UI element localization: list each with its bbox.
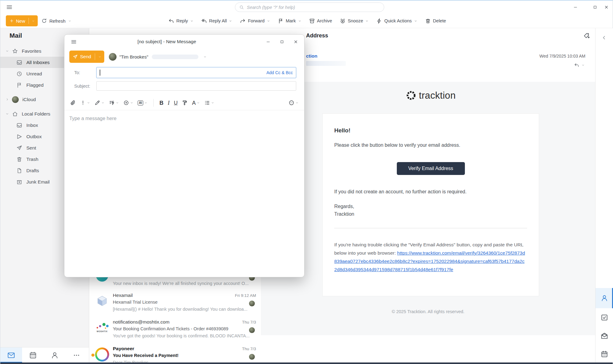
refresh-button[interactable]: Refresh [41,15,71,26]
email-paragraph: If you did not create an account, no fur… [334,189,527,195]
compose-minimize-button[interactable] [266,40,270,44]
bottomnav-mail-button[interactable] [0,347,22,363]
rightpanel-tasks-button[interactable] [596,308,613,327]
calendar-grid-icon [600,350,608,358]
bottomnav-more-button[interactable] [66,347,87,363]
format-more-options-button[interactable] [289,100,299,106]
format-quick-text-button[interactable] [109,100,119,106]
bottomnav-calendar-button[interactable] [22,347,44,363]
toolbar-archive-button[interactable]: Archive [309,18,332,24]
brand-name: tracktion [419,90,456,101]
chevron-down-icon[interactable] [98,55,102,59]
email-footer: © 2025 Tracktion. All rights reserved. [261,309,595,314]
flag-icon [278,18,284,24]
bottomnav-contacts-button[interactable] [44,347,66,363]
rightpanel-mail-open-button[interactable] [596,327,613,345]
toolbar-delete-button[interactable]: Delete [425,18,446,24]
message-sender: notifications@moshtix.com [113,319,170,325]
sidebar-item-label: Flagged [26,82,44,88]
to-field[interactable]: Add Cc & Bcc [96,67,296,78]
message-row[interactable]: MOSHTIXnotifications@moshtix.comThu 7/3Y… [90,317,261,344]
format-attach-button[interactable] [70,100,76,106]
trash-icon [16,156,22,162]
compose-maximize-button[interactable] [280,40,284,44]
add-tag-button[interactable] [583,32,590,40]
window-maximize-button[interactable] [591,3,599,11]
new-button[interactable]: New [6,15,38,26]
compose-titlebar[interactable]: [no subject] - New Message [64,35,304,49]
sidebar-item-label: Drafts [26,168,39,173]
message-row[interactable]: PayoneerThu 7/3You Have Received a Payme… [90,344,261,363]
collapse-panel-button[interactable] [601,34,607,41]
format-tracking-button[interactable] [123,100,133,106]
format-bold-button[interactable]: B [159,100,163,106]
chevron-down-icon [365,19,369,23]
toolbar-mark-button[interactable]: Mark [278,18,301,24]
message-body-editor[interactable]: Type a message here [64,110,304,127]
verify-email-button[interactable]: Verify Email Address [397,162,465,175]
toolbar-reply-all-button[interactable]: Reply All [201,18,232,24]
toolbar-button-label: Reply All [209,18,227,23]
compose-close-button[interactable] [293,40,298,44]
email-date: Wed 7/9/2025 10:03 AM [539,54,585,59]
format-underline-button[interactable]: U [174,100,178,105]
snooze-icon [340,18,346,24]
sidebar-item-label: Sent [26,145,36,151]
format-toolbar: AIBIUA [64,96,304,110]
email-sender[interactable]: ction [306,53,317,59]
chevron-down-icon[interactable] [581,63,585,67]
format-font-color-button[interactable]: A [192,100,200,106]
format-ai-assistant-button[interactable]: AI [138,100,148,105]
chevron-down-icon [87,101,90,104]
compose-menu-icon[interactable] [71,39,77,45]
sidebar-item-label: Local Folders [22,111,50,117]
chevron-down-icon[interactable] [32,19,35,23]
toolbar-forward-button[interactable]: Forward [240,18,270,24]
format-italic-button[interactable]: I [168,100,170,106]
email-body: tracktion Hello! Please click the button… [261,82,595,335]
window-minimize-button[interactable] [571,3,579,11]
from-dropdown-icon[interactable] [203,55,207,59]
window-bottom-edge [0,362,613,364]
payoneer-logo [95,347,109,362]
search-input[interactable] [247,5,380,10]
compose-window: [no subject] - New Message Send "Tim Bro… [64,34,305,277]
message-date: Fri 9:12 AM [235,293,256,298]
reply-icon[interactable] [574,63,579,68]
to-label: To: [69,70,96,75]
toolbar-reply-button[interactable]: Reply [168,18,193,24]
compose-send-row: Send "Tim Brookes" [64,49,304,66]
chevron-down-icon[interactable] [68,19,71,23]
message-row[interactable]: HexamailFri 9:12 AMHexamail Trial Licens… [90,290,261,317]
format-signature-button[interactable] [94,100,105,106]
menu-icon[interactable] [6,4,13,11]
toolbar-snooze-button[interactable]: Snooze [340,18,369,24]
sidebar-item-label: Favorites [22,48,41,54]
add-cc-bcc-link[interactable]: Add Cc & Bcc [266,70,293,75]
toolbar-quick-actions-button[interactable]: Quick Actions [376,18,417,24]
chevron-right-icon [5,97,9,101]
send-button[interactable]: Send [69,51,104,63]
subject-field[interactable] [96,81,296,91]
rightpanel-contacts-button[interactable] [596,288,613,308]
format-format-painter-button[interactable] [182,100,188,106]
format-italic-label: I [168,100,170,106]
logo-dot [102,323,105,326]
list-icon [204,100,210,106]
toolbar-actions: ReplyReply AllForwardMarkArchiveSnoozeQu… [168,15,446,26]
unread-indicator [91,354,94,357]
chevron-down-icon [5,49,9,53]
reply-all-icon [201,18,207,24]
toolbar-button-label: Mark [286,18,296,23]
divider [29,18,29,24]
window-close-button[interactable] [602,3,610,11]
search-box[interactable] [235,2,384,12]
refresh-button-label: Refresh [49,18,66,24]
flag-icon [16,82,22,88]
body-placeholder: Type a message here [69,116,117,121]
format-bullet-list-button[interactable] [204,100,214,106]
exclaim-icon [80,100,86,106]
format-ai-assistant-label: AI [138,100,143,105]
rightpanel-calendar-button[interactable] [596,345,613,363]
format-priority-button[interactable] [80,100,90,106]
